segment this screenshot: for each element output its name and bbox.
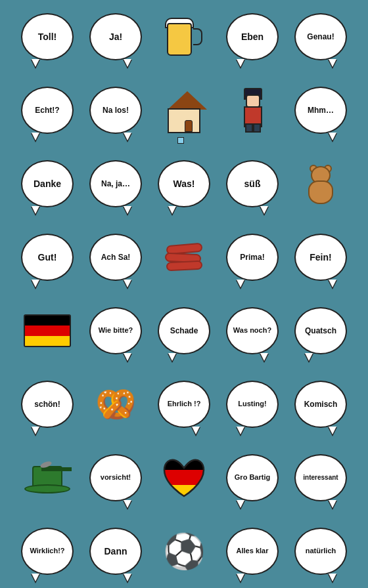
cell-6-1[interactable]: schön!	[14, 369, 80, 440]
bubble-was[interactable]: Was!	[158, 160, 210, 207]
cell-5-4[interactable]: Was noch?	[219, 295, 285, 366]
cell-2-1[interactable]: Echt!?	[14, 75, 80, 146]
cell-1-2[interactable]: Ja!	[83, 1, 149, 72]
cell-1-5[interactable]: Genau!	[288, 1, 354, 72]
bubble-danke[interactable]: Danke	[21, 160, 74, 207]
soldier-left-leg	[245, 123, 253, 133]
bubble-text: Lusting!	[238, 400, 266, 408]
bubble-text: Gut!	[38, 252, 57, 263]
bubble-toll[interactable]: Toll!	[21, 13, 74, 60]
house-window	[177, 137, 184, 144]
cell-8-3[interactable]: ⚽	[151, 516, 217, 587]
bubble-wirklich[interactable]: Wirklich!?	[21, 528, 74, 575]
bubble-text: Eben	[241, 32, 264, 43]
house-body	[168, 108, 200, 133]
cell-3-4[interactable]: süß	[219, 148, 285, 219]
cell-1-1[interactable]: Toll!	[14, 1, 80, 72]
cell-4-3[interactable]	[151, 222, 217, 293]
beer-body	[167, 23, 192, 56]
cell-7-1[interactable]	[14, 442, 80, 513]
beer-mug-icon	[167, 18, 201, 56]
bubble-genau[interactable]: Genau!	[294, 13, 347, 60]
bubble-text: Ja!	[109, 32, 122, 43]
cell-1-3[interactable]	[151, 1, 217, 72]
flag-red-stripe	[25, 326, 70, 336]
pretzel-icon: 🥨	[95, 385, 136, 423]
cell-7-2[interactable]: vorsicht!	[83, 442, 149, 513]
bubble-text: natürlich	[306, 547, 336, 555]
cell-2-3[interactable]	[151, 75, 217, 146]
bubble-schon[interactable]: schön!	[21, 381, 74, 428]
cell-3-2[interactable]: Na, ja…	[83, 148, 149, 219]
cell-7-4[interactable]: Gro Bartig	[219, 442, 285, 513]
bubble-schade[interactable]: Schade	[158, 307, 210, 354]
cell-7-5[interactable]: interessant	[288, 442, 354, 513]
bubble-gut[interactable]: Gut!	[21, 234, 74, 281]
bubble-komisch[interactable]: Komisch	[294, 381, 347, 428]
bubble-interessant[interactable]: interessant	[294, 454, 347, 501]
bubble-ehrlich[interactable]: Ehrlich !?	[158, 381, 210, 428]
cell-2-2[interactable]: Na los!	[83, 75, 149, 146]
cell-4-1[interactable]: Gut!	[14, 222, 80, 293]
cell-8-5[interactable]: natürlich	[288, 516, 354, 587]
cell-5-2[interactable]: Wie bitte?	[83, 295, 149, 366]
cell-5-5[interactable]: Quatsch	[288, 295, 354, 366]
bubble-text: Gro Bartig	[235, 473, 270, 482]
bubble-text: Echt!?	[35, 106, 59, 115]
bubble-prima[interactable]: Prima!	[226, 234, 279, 281]
cell-8-1[interactable]: Wirklich!?	[14, 516, 80, 587]
soldier-icon	[235, 88, 271, 133]
bubble-suss[interactable]: süß	[226, 160, 279, 207]
soldier-right-leg	[253, 123, 261, 133]
sausages-icon	[163, 244, 206, 270]
bubble-text: Danke	[34, 178, 61, 190]
soldier-head	[246, 94, 260, 108]
cell-2-4[interactable]	[219, 75, 285, 146]
cell-4-5[interactable]: Fein!	[288, 222, 354, 293]
bubble-naturlich[interactable]: natürlich	[294, 528, 347, 575]
bubble-mhm[interactable]: Mhm…	[294, 87, 347, 134]
cell-4-4[interactable]: Prima!	[219, 222, 285, 293]
bubble-text: Was noch?	[233, 326, 271, 335]
hat-band	[41, 467, 72, 471]
cell-6-3[interactable]: Ehrlich !?	[151, 369, 217, 440]
bubble-wasnoch[interactable]: Was noch?	[226, 307, 279, 354]
bubble-allesklar[interactable]: Alles klar	[226, 528, 279, 575]
bubble-quatsch[interactable]: Quatsch	[294, 307, 347, 354]
bubble-naja[interactable]: Na, ja…	[89, 160, 142, 207]
cell-8-4[interactable]: Alles klar	[219, 516, 285, 587]
cell-3-1[interactable]: Danke	[14, 148, 80, 219]
cell-7-3[interactable]	[151, 442, 217, 513]
cell-8-2[interactable]: Dann	[83, 516, 149, 587]
cell-4-2[interactable]: Ach Sa!	[83, 222, 149, 293]
bubble-text: Wie bitte?	[99, 326, 133, 335]
bubble-eben[interactable]: Eben	[226, 13, 279, 60]
cell-3-5[interactable]	[288, 148, 354, 219]
cell-6-5[interactable]: Komisch	[288, 369, 354, 440]
bubble-fein[interactable]: Fein!	[294, 234, 347, 281]
cell-5-3[interactable]: Schade	[151, 295, 217, 366]
bubble-echt[interactable]: Echt!?	[21, 87, 74, 134]
bubble-grobartig[interactable]: Gro Bartig	[226, 454, 279, 501]
heart-flag-svg	[162, 455, 206, 500]
bubble-nalos[interactable]: Na los!	[89, 87, 142, 134]
bubble-achsa[interactable]: Ach Sa!	[89, 234, 142, 281]
bubble-text: Dann	[104, 546, 127, 557]
cell-2-5[interactable]: Mhm…	[288, 75, 354, 146]
cell-3-3[interactable]: Was!	[151, 148, 217, 219]
cell-5-1[interactable]	[14, 295, 80, 366]
bubble-text: schön!	[34, 400, 60, 409]
cell-1-4[interactable]: Eben	[219, 1, 285, 72]
cell-6-4[interactable]: Lusting!	[219, 369, 285, 440]
cell-6-2[interactable]: 🥨	[83, 369, 149, 440]
bubble-dann[interactable]: Dann	[89, 528, 142, 575]
bubble-text: Ach Sa!	[101, 253, 131, 262]
bubble-ja[interactable]: Ja!	[89, 13, 142, 60]
bubble-lusting[interactable]: Lusting!	[226, 381, 279, 428]
bubble-text: Was!	[173, 178, 195, 190]
bubble-text: Schade	[170, 326, 198, 335]
bubble-vorsicht[interactable]: vorsicht!	[89, 454, 142, 501]
bubble-wiebitte[interactable]: Wie bitte?	[89, 307, 142, 354]
bubble-text: Quatsch	[305, 326, 336, 335]
svg-rect-2	[162, 485, 206, 500]
